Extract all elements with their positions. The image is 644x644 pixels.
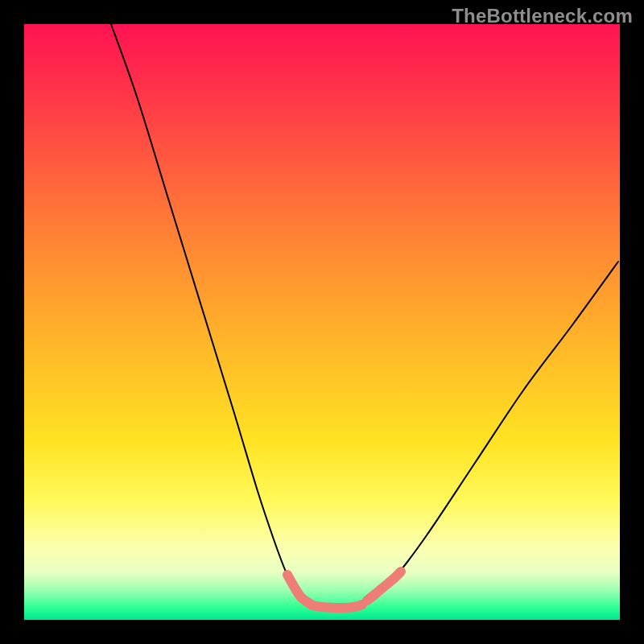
overlay-left-tip [287, 575, 312, 605]
plot-area [24, 24, 620, 620]
bottleneck-curve [111, 24, 618, 608]
chart-frame: TheBottleneck.com [0, 0, 644, 644]
curve-svg [24, 24, 620, 620]
overlay-highlights [287, 572, 401, 608]
overlay-flat [312, 605, 362, 608]
overlay-right-tip [367, 572, 401, 601]
